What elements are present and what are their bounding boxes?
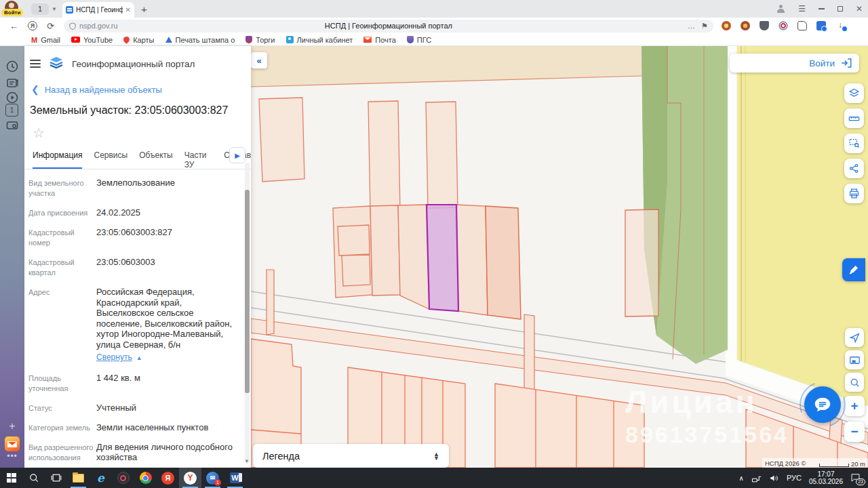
taskbar-word[interactable]: W <box>224 468 246 488</box>
taskbar-clock[interactable]: 17:07 05.03.2026 <box>809 470 843 485</box>
tab-close-icon[interactable]: ✕ <box>125 6 131 14</box>
map-login-button[interactable]: Войти <box>730 54 859 73</box>
window-minimize-button[interactable] <box>818 8 825 9</box>
more-dots-icon[interactable]: ••• <box>5 451 19 465</box>
url-bar[interactable]: nspd.gov.ru НСПД | Геоинформационный пор… <box>64 20 713 33</box>
screenshot-icon[interactable] <box>5 118 19 131</box>
extension-icon-1[interactable] <box>722 21 731 30</box>
tabs-scroll-right-button[interactable]: ▶ <box>229 147 245 163</box>
video-icon[interactable] <box>5 91 19 104</box>
account-icon <box>286 36 294 43</box>
bookmark-stamp[interactable]: Печать штампа о <box>165 36 235 44</box>
chevron-up-icon[interactable]: ▲ <box>136 354 142 361</box>
parcel[interactable] <box>625 209 658 317</box>
taskbar-search-button[interactable] <box>22 468 45 488</box>
menu-icon[interactable] <box>30 60 41 68</box>
taskbar-file-explorer[interactable] <box>67 468 90 488</box>
taskbar-mail-app[interactable]: ✉ 1 <box>201 468 224 488</box>
volume-icon[interactable] <box>769 473 779 483</box>
tab-counter[interactable]: 1 <box>31 3 49 15</box>
tabs-count-icon[interactable]: 1 <box>5 104 18 117</box>
extension-icon-6[interactable] <box>816 21 826 30</box>
address-value: Российская Федерация, Краснодарский край… <box>96 287 232 350</box>
map-canvas[interactable]: Лициан 89613751564 « Войти + − <box>251 46 868 468</box>
tab-objects[interactable]: Объекты <box>139 150 173 169</box>
back-icon[interactable]: ← <box>9 21 18 31</box>
print-button[interactable] <box>844 184 864 203</box>
bookmark-torgi[interactable]: Торги <box>245 36 275 44</box>
scroll-down-icon[interactable]: ▼ <box>244 458 250 464</box>
language-indicator[interactable]: РУС <box>787 474 802 482</box>
new-tab-button[interactable]: + <box>141 3 147 15</box>
history-icon[interactable] <box>5 60 19 73</box>
system-tray: ∧ РУС 17:07 05.03.2026 23 <box>739 470 868 485</box>
windows-taskbar: e Я Y ✉ 1 W ∧ РУС 17:07 05.03.2026 23 <box>0 468 868 488</box>
chat-widget[interactable] <box>803 385 842 424</box>
tab-services[interactable]: Сервисы <box>94 150 127 169</box>
task-view-button[interactable] <box>45 468 67 488</box>
bookmark-pgs[interactable]: ПГС <box>407 36 431 44</box>
network-icon[interactable] <box>751 473 762 483</box>
window-maximize-button[interactable] <box>837 6 843 12</box>
extension-icon-4[interactable] <box>778 21 788 30</box>
search-on-map-button[interactable] <box>845 373 864 392</box>
browser-profile[interactable]: Войти <box>0 0 27 18</box>
add-panel-icon[interactable]: + <box>5 420 19 434</box>
collapse-panel-button[interactable]: « <box>251 52 267 68</box>
collections-icon[interactable] <box>5 76 19 89</box>
browser-tab[interactable]: НСПД | Геоинформац ✕ <box>62 2 134 18</box>
selected-parcel[interactable] <box>427 205 458 311</box>
attributes-list: Вид земельного участкаЗемлепользование Д… <box>24 169 251 488</box>
tray-expand-icon[interactable]: ∧ <box>739 474 744 482</box>
zoom-in-button[interactable]: + <box>844 396 865 416</box>
chat-button[interactable] <box>804 386 841 423</box>
browser-menu-icon[interactable]: ☰ <box>798 7 806 10</box>
notification-center-button[interactable]: 23 <box>850 472 863 483</box>
profile-login-badge[interactable]: Войти <box>1 9 23 16</box>
extension-icon-5[interactable] <box>797 21 807 30</box>
start-button[interactable] <box>0 468 22 488</box>
reload-icon[interactable]: ⟳ <box>47 21 54 31</box>
locate-me-button[interactable] <box>845 328 864 347</box>
taskbar-chrome[interactable] <box>134 468 157 488</box>
legend-expand-icon[interactable]: ▲▼ <box>433 452 439 460</box>
lens-app-icon <box>117 472 130 484</box>
measure-button[interactable] <box>844 108 864 128</box>
tab-parcel-parts[interactable]: Части ЗУ <box>184 150 213 169</box>
back-to-results-link[interactable]: ❮ Назад в найденные объекты <box>31 84 251 95</box>
zoom-out-button[interactable]: − <box>844 422 865 442</box>
bookmark-maps[interactable]: Карты <box>123 36 154 44</box>
browser-chrome: Войти 1 ▼ НСПД | Геоинформац ✕ + ☰ ✕ ← Я… <box>0 0 868 46</box>
select-area-button[interactable] <box>844 134 864 153</box>
tab-information[interactable]: Информация <box>33 150 82 169</box>
bookmark-account[interactable]: Личный кабинет <box>286 36 353 44</box>
bookmark-mail[interactable]: Почта <box>363 36 396 44</box>
taskbar-yandex-browser[interactable]: Y <box>179 468 201 488</box>
more-icon[interactable]: … <box>688 22 695 30</box>
yandex-mail-icon[interactable] <box>5 436 20 451</box>
legend-bar[interactable]: Легенда ▲▼ <box>253 444 449 468</box>
share-button[interactable] <box>844 159 864 178</box>
address-bar-page-title: НСПД | Геоинформационный портал <box>64 22 713 30</box>
bookmark-flag-icon[interactable]: ⚑ <box>701 22 708 30</box>
bookmark-gmail[interactable]: MGmail <box>31 36 60 44</box>
panel-scrollbar-thumb[interactable] <box>245 190 250 393</box>
chevron-down-icon[interactable]: ▼ <box>52 6 57 12</box>
portal-title: Геоинформационный портал <box>72 59 195 69</box>
map-feedback-button[interactable] <box>842 258 865 281</box>
yandex-services-icon[interactable]: Я <box>28 21 37 30</box>
taskbar-yandex-app[interactable]: Я <box>157 468 179 488</box>
bookmark-youtube[interactable]: YouTube <box>71 36 113 44</box>
taskbar-internet-explorer[interactable]: e <box>90 468 112 488</box>
window-profile-icon[interactable] <box>776 5 785 14</box>
extension-icon-3[interactable] <box>760 21 769 30</box>
favorite-star-icon[interactable]: ☆ <box>33 125 251 141</box>
downloads-icon[interactable]: ↓ <box>835 21 845 30</box>
collapse-address-link[interactable]: Свернуть <box>96 352 132 363</box>
layers-button[interactable] <box>844 83 864 103</box>
overview-map-button[interactable] <box>845 350 864 369</box>
parcel[interactable] <box>486 206 521 319</box>
taskbar-app-lens[interactable] <box>112 468 134 488</box>
extension-icon-2[interactable] <box>741 21 750 30</box>
window-close-button[interactable]: ✕ <box>856 4 863 14</box>
